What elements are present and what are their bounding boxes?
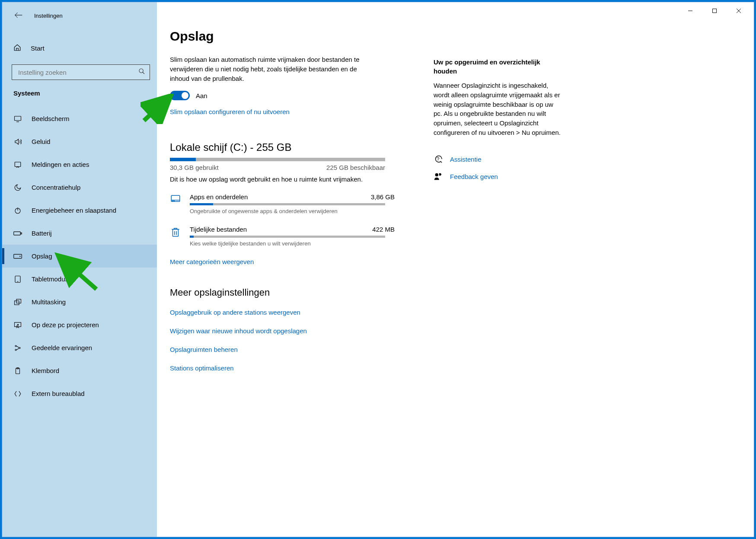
sidebar-item-label: Multitasking — [32, 298, 66, 306]
storage-sense-toggle[interactable] — [170, 91, 190, 100]
sidebar-item-label: Klembord — [32, 367, 59, 374]
sidebar-item-label: Op deze pc projecteren — [32, 321, 99, 329]
svg-rect-30 — [173, 230, 179, 236]
storage-category-temp[interactable]: Tijdelijke bestanden422 MBKies welke tij… — [170, 226, 395, 247]
sidebar-item-label: Extern bureaublad — [32, 390, 85, 397]
sidebar-item-label: Meldingen en acties — [32, 161, 89, 168]
sidebar-item-label: Geluid — [32, 138, 50, 145]
help-icon: ? — [434, 155, 443, 164]
category-size: 3,86 GB — [371, 193, 395, 201]
drive-icon — [13, 252, 22, 261]
sidebar-item-label: Tabletmodus — [32, 275, 68, 283]
svg-point-15 — [19, 255, 20, 256]
trash-icon — [170, 226, 181, 238]
sidebar-item-geluid[interactable]: Geluid — [2, 130, 157, 153]
sidebar-item-beeldscherm[interactable]: Beeldscherm — [2, 107, 157, 130]
category-hint: Ongebruikte of ongewenste apps & onderde… — [190, 208, 395, 214]
sidebar-item-project[interactable]: Op deze pc projecteren — [2, 313, 157, 336]
search-box[interactable] — [12, 64, 150, 80]
svg-rect-18 — [15, 301, 19, 305]
clipboard-icon — [13, 367, 22, 375]
tablet-icon — [13, 275, 22, 284]
more-settings-link-2[interactable]: Opslagruimten beheren — [170, 346, 416, 353]
page-title: Opslag — [170, 29, 416, 44]
svg-point-21 — [15, 345, 16, 347]
disk-subdesc: Dit is hoe uw opslag wordt gebruikt en h… — [170, 175, 416, 183]
sidebar-item-extern[interactable]: Extern bureaublad — [2, 382, 157, 405]
sidebar-item-multitask[interactable]: Multitasking — [2, 290, 157, 313]
sidebar-item-label: Concentratiehulp — [32, 184, 80, 191]
category-name: Apps en onderdelen — [190, 193, 248, 201]
disk-usage-bar — [170, 158, 385, 161]
sidebar-item-label: Gedeelde ervaringen — [32, 344, 92, 351]
sidebar-item-label: Batterij — [32, 230, 52, 237]
project-icon — [13, 321, 22, 329]
svg-text:?: ? — [437, 156, 439, 161]
category-bar — [190, 203, 385, 205]
feedback-link-row[interactable]: Feedback geven — [434, 172, 563, 182]
sidebar-item-tablet[interactable]: Tabletmodus — [2, 268, 157, 290]
category-name: Tijdelijke bestanden — [190, 226, 247, 233]
tip-title: Uw pc opgeruimd en overzichtelijk houden — [434, 57, 563, 76]
back-button[interactable] — [14, 11, 23, 21]
multitask-icon — [13, 298, 22, 306]
svg-rect-7 — [15, 116, 21, 121]
svg-rect-9 — [15, 162, 21, 167]
sidebar-item-meldingen[interactable]: Meldingen en acties — [2, 153, 157, 176]
sidebar-item-opslag[interactable]: Opslag — [2, 245, 157, 268]
category-hint: Kies welke tijdelijke bestanden u wilt v… — [190, 240, 395, 247]
power-icon — [13, 206, 22, 215]
share-icon — [13, 344, 22, 352]
sidebar-item-concentratie[interactable]: Concentratiehulp — [2, 176, 157, 199]
minimize-button[interactable] — [684, 4, 697, 17]
notify-icon — [13, 160, 22, 169]
feedback-icon — [434, 172, 443, 182]
app-title: Instellingen — [34, 13, 63, 19]
feedback-link-label: Feedback geven — [450, 173, 498, 180]
storage-sense-toggle-label: Aan — [196, 92, 207, 99]
svg-rect-12 — [14, 232, 20, 235]
tip-text: Wanneer Opslaginzicht is ingeschakeld, w… — [434, 81, 563, 137]
remote-icon — [13, 389, 22, 398]
svg-point-5 — [139, 69, 143, 73]
battery-icon — [13, 229, 22, 238]
storage-category-apps[interactable]: Apps en onderdelen3,86 GBOngebruikte of … — [170, 193, 395, 214]
configure-storage-sense-link[interactable]: Slim opslaan configureren of nu uitvoere… — [170, 108, 290, 115]
moon-icon — [13, 183, 22, 192]
svg-rect-19 — [16, 299, 21, 303]
help-link-row[interactable]: ? Assistentie — [434, 155, 563, 164]
search-input[interactable] — [18, 69, 138, 76]
svg-rect-1 — [713, 9, 717, 13]
close-button[interactable] — [732, 4, 745, 17]
sidebar-home[interactable]: Start — [2, 39, 157, 57]
search-icon — [138, 68, 145, 77]
category-bar — [190, 236, 385, 238]
sidebar-item-label: Beeldscherm — [32, 115, 70, 122]
help-link-label: Assistentie — [450, 156, 482, 163]
svg-point-22 — [15, 349, 16, 351]
sound-icon — [13, 137, 22, 146]
show-more-categories-link[interactable]: Meer categorieën weergeven — [170, 258, 254, 265]
sidebar-section-label: Systeem — [2, 80, 157, 101]
display-icon — [13, 115, 22, 123]
svg-point-34 — [435, 173, 438, 176]
disk-free-label: 225 GB beschikbaar — [326, 164, 385, 171]
sidebar-item-batterij[interactable]: Batterij — [2, 222, 157, 245]
more-settings-link-3[interactable]: Stations optimaliseren — [170, 364, 416, 372]
category-size: 422 MB — [372, 226, 395, 233]
sidebar-item-gedeeld[interactable]: Gedeelde ervaringen — [2, 336, 157, 359]
sidebar-item-label: Opslag — [32, 252, 52, 260]
more-settings-link-0[interactable]: Opslaggebruik op andere stations weergev… — [170, 309, 416, 316]
sidebar-item-klembord[interactable]: Klembord — [2, 359, 157, 382]
svg-line-6 — [143, 72, 144, 74]
more-settings-link-1[interactable]: Wijzigen waar nieuwe inhoud wordt opgesl… — [170, 327, 416, 335]
maximize-button[interactable] — [708, 4, 721, 17]
disk-used-label: 30,3 GB gebruikt — [170, 164, 219, 171]
more-storage-settings-heading: Meer opslaginstellingen — [170, 287, 416, 298]
svg-point-29 — [174, 201, 174, 201]
home-icon — [13, 44, 21, 53]
svg-point-23 — [19, 347, 20, 348]
sidebar-item-energie[interactable]: Energiebeheer en slaapstand — [2, 199, 157, 222]
disk-heading: Lokale schijf (C:) - 255 GB — [170, 141, 416, 153]
apps-icon — [170, 194, 181, 205]
